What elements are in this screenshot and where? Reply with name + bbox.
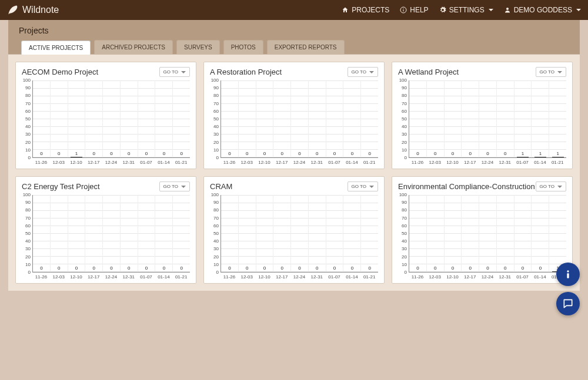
chart-column: 0 [33, 195, 51, 272]
goto-label: GO TO [540, 184, 555, 189]
brand[interactable]: Wildnote [7, 4, 59, 16]
plot-area: 00000011111-2612-0312-1012-1712-2412-310… [409, 80, 566, 165]
nav-user[interactable]: DEMO GODDESS [504, 6, 581, 14]
chart-column: 0 [103, 80, 121, 157]
chart-column: 0 [85, 195, 103, 272]
column-value: 0 [291, 151, 308, 156]
column-value: 0 [497, 265, 514, 271]
chart-column: 0 [173, 80, 190, 157]
gear-icon [439, 6, 446, 14]
column-value: 0 [68, 265, 85, 271]
chat-fab[interactable] [556, 292, 580, 315]
column-value: 0 [51, 265, 68, 271]
y-axis: 1009080706050403020100 [210, 195, 220, 273]
column-value: 0 [239, 151, 256, 156]
topbar: Wildnote PROJECTS HELP SETTINGS DEMO GOD… [0, 0, 588, 20]
chart-column: 0 [138, 80, 156, 157]
chart-column: 0 [173, 195, 190, 272]
tab-archived-projects[interactable]: ARCHIVED PROJECTS [94, 40, 173, 54]
svg-rect-2 [403, 8, 404, 9]
plot-area: 00000000111-2612-0312-1012-1712-2412-310… [409, 195, 566, 280]
chart-column: 0 [462, 80, 479, 157]
tab-active-projects[interactable]: ACTIVE PROJECTS [21, 41, 91, 55]
chevron-down-icon [369, 71, 374, 73]
goto-button[interactable]: GO TO [159, 67, 191, 77]
project-title: CRAM [210, 182, 232, 191]
chart-column: 0 [85, 80, 103, 157]
card-header: C2 Energy Test ProjectGO TO [22, 181, 190, 191]
goto-button[interactable]: GO TO [536, 181, 567, 191]
chart-column: 1 [514, 80, 532, 157]
chart-column: 0 [221, 195, 239, 272]
column-value: 0 [155, 265, 172, 271]
chart: 100908070605040302010000000000111-2612-0… [398, 195, 566, 280]
column-value: 0 [256, 265, 273, 271]
column-value: 0 [309, 265, 326, 271]
project-title: A Restoration Project [210, 68, 282, 76]
column-value: 0 [103, 151, 120, 156]
x-axis: 11-2612-0312-1012-1712-2412-3101-0701-14… [32, 274, 190, 280]
plot-area: 00000000011-2612-0312-1012-1712-2412-310… [220, 80, 378, 165]
chart-column: 0 [445, 80, 462, 157]
chevron-down-icon [557, 186, 562, 188]
chart-column: 0 [239, 195, 256, 272]
column-value: 0 [409, 151, 426, 156]
goto-button[interactable]: GO TO [159, 181, 191, 191]
column-value: 0 [445, 151, 462, 156]
column-value: 0 [173, 151, 190, 156]
column-value: 0 [291, 265, 308, 271]
x-axis: 11-2612-0312-1012-1712-2412-3101-0701-14… [220, 274, 378, 280]
tab-photos[interactable]: PHOTOS [223, 40, 263, 54]
goto-button[interactable]: GO TO [348, 181, 379, 191]
column-value: 0 [103, 265, 120, 271]
goto-label: GO TO [352, 184, 367, 189]
chart-column: 0 [409, 195, 427, 272]
chart-column: 1 [549, 80, 566, 157]
chat-icon [562, 298, 574, 310]
chevron-down-icon [181, 71, 186, 73]
column-value: 0 [33, 265, 50, 271]
column-value: 0 [256, 151, 273, 156]
tab-exported-reports[interactable]: EXPORTED REPORTS [267, 40, 345, 54]
column-value: 0 [121, 265, 138, 271]
chart: 100908070605040302010000000011111-2612-0… [398, 80, 566, 165]
goto-button[interactable]: GO TO [536, 67, 567, 77]
nav-projects[interactable]: PROJECTS [342, 6, 389, 14]
goto-button[interactable]: GO TO [348, 67, 379, 77]
column-value: 0 [427, 265, 444, 271]
chevron-down-icon [557, 71, 562, 73]
project-card: Environmental Compliance-ConstructionGO … [392, 176, 573, 284]
y-axis: 1009080706050403020100 [398, 80, 409, 158]
chart-column: 0 [291, 195, 309, 272]
card-header: A Restoration ProjectGO TO [210, 67, 378, 77]
project-title: AECOM Demo Project [22, 68, 98, 76]
tab-surveys[interactable]: SURVEYS [176, 40, 220, 54]
column-value: 0 [239, 265, 256, 271]
chart-column: 0 [51, 195, 68, 272]
project-title: C2 Energy Test Project [22, 182, 100, 191]
nav-help[interactable]: HELP [400, 6, 428, 14]
chevron-down-icon [576, 9, 581, 11]
nav-settings[interactable]: SETTINGS [439, 6, 493, 14]
column-value: 0 [479, 151, 496, 156]
chart: 100908070605040302010000100000011-2612-0… [22, 80, 190, 165]
chart-column: 0 [445, 195, 462, 272]
chart-column: 0 [326, 195, 344, 272]
svg-point-3 [506, 8, 509, 10]
subheader: Projects ACTIVE PROJECTSARCHIVED PROJECT… [8, 20, 580, 54]
column-value: 0 [479, 265, 496, 271]
y-axis: 1009080706050403020100 [398, 195, 409, 273]
chart-column: 0 [514, 195, 532, 272]
column-value: 0 [273, 265, 290, 271]
value-underline [71, 157, 82, 157]
home-icon [342, 6, 349, 14]
column-value: 0 [51, 151, 68, 156]
chart-column: 0 [409, 80, 427, 157]
svg-point-4 [567, 270, 569, 272]
svg-rect-5 [567, 273, 569, 278]
info-fab[interactable] [556, 263, 580, 286]
plot-area: 00100000011-2612-0312-1012-1712-2412-310… [32, 80, 190, 165]
column-value: 0 [497, 151, 514, 156]
column-value: 0 [343, 265, 360, 271]
chart-column: 0 [155, 195, 173, 272]
